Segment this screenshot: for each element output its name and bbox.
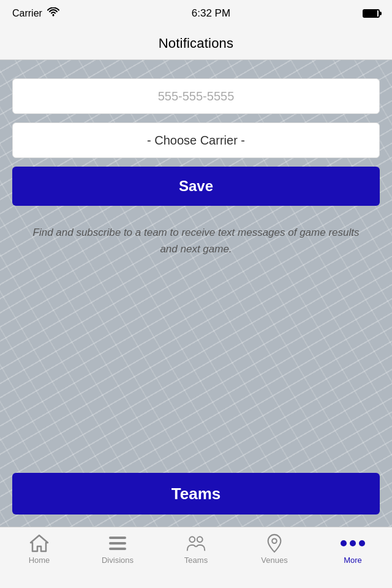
tab-label-divisions: Divisions	[102, 556, 134, 565]
phone-input[interactable]	[12, 78, 380, 114]
teams-button-container: Teams	[0, 473, 392, 527]
carrier-select[interactable]: - Choose Carrier -	[12, 123, 380, 158]
home-icon	[29, 533, 49, 553]
wifi-icon	[47, 7, 59, 20]
tab-item-divisions[interactable]: Divisions	[78, 533, 157, 565]
nav-bar: Notifications	[0, 27, 392, 60]
svg-point-3	[197, 537, 203, 542]
tab-label-venues: Venues	[261, 556, 287, 565]
svg-marker-1	[31, 535, 48, 551]
tab-label-more: More	[344, 556, 362, 565]
tab-bar: Home Divisions Teams	[0, 527, 392, 588]
svg-point-2	[189, 537, 195, 542]
form-container: - Choose Carrier - Save	[0, 60, 392, 224]
tab-item-home[interactable]: Home	[0, 533, 78, 565]
svg-point-4	[272, 538, 277, 543]
time-display: 6:32 PM	[192, 7, 230, 20]
tab-item-venues[interactable]: Venues	[235, 533, 314, 565]
main-content: - Choose Carrier - Save Find and subscri…	[0, 60, 392, 527]
info-text: Find and subscribe to a team to receive …	[0, 224, 392, 257]
people-icon	[186, 533, 206, 553]
more-icon	[343, 533, 363, 553]
pin-icon	[265, 533, 284, 553]
status-bar: Carrier 6:32 PM	[0, 0, 392, 27]
tab-item-more[interactable]: More	[314, 533, 392, 565]
battery-icon	[363, 9, 380, 18]
divisions-icon	[108, 533, 127, 553]
save-button[interactable]: Save	[12, 167, 380, 206]
teams-button[interactable]: Teams	[12, 473, 380, 514]
page-title: Notifications	[159, 36, 233, 51]
tab-label-teams: Teams	[184, 556, 208, 565]
tab-label-home: Home	[29, 556, 50, 565]
carrier-label: Carrier	[12, 8, 42, 19]
status-left: Carrier	[12, 7, 59, 20]
tab-item-teams[interactable]: Teams	[157, 533, 235, 565]
svg-point-0	[52, 15, 54, 17]
